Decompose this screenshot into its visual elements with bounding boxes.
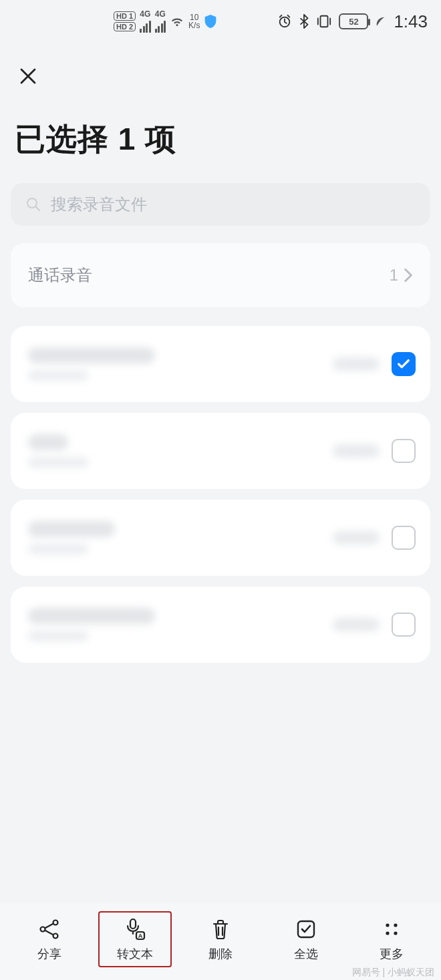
item-sub-redacted <box>28 370 88 381</box>
svg-point-10 <box>386 923 389 927</box>
search-input[interactable]: 搜索录音文件 <box>11 183 430 226</box>
search-placeholder: 搜索录音文件 <box>51 194 147 215</box>
svg-rect-6 <box>130 919 136 929</box>
item-meta-redacted <box>333 357 380 371</box>
recording-list <box>11 326 430 663</box>
share-label: 分享 <box>37 946 61 962</box>
svg-text:A: A <box>138 933 143 939</box>
checkbox[interactable] <box>392 526 416 550</box>
list-item[interactable] <box>11 500 430 576</box>
svg-point-12 <box>386 931 389 935</box>
close-button[interactable] <box>15 63 41 90</box>
watermark: 网易号 | 小蚂蚁天团 <box>352 967 434 979</box>
transcribe-label: 转文本 <box>117 946 153 962</box>
delete-button[interactable]: 删除 <box>184 911 257 967</box>
checkbox[interactable] <box>392 439 416 463</box>
svg-point-3 <box>41 927 45 932</box>
search-icon <box>25 196 41 212</box>
svg-rect-1 <box>321 16 328 27</box>
share-icon <box>37 917 62 942</box>
item-sub-redacted <box>28 631 88 641</box>
item-meta-redacted <box>333 618 380 631</box>
bluetooth-icon <box>299 14 309 29</box>
item-meta-redacted <box>333 531 380 544</box>
category-count-wrap: 1 <box>390 266 413 285</box>
signal-2: 4G <box>155 10 166 33</box>
transcribe-button[interactable]: A 转文本 <box>98 911 172 967</box>
share-button[interactable]: 分享 <box>13 911 86 967</box>
select-all-label: 全选 <box>294 946 318 962</box>
list-item[interactable] <box>11 413 430 489</box>
checkbox[interactable] <box>392 613 416 637</box>
page-title: 已选择 1 项 <box>15 119 426 160</box>
category-count: 1 <box>390 266 398 285</box>
hd2-icon: HD 2 <box>114 22 136 31</box>
category-label: 通话录音 <box>28 265 92 286</box>
more-label: 更多 <box>380 946 404 962</box>
checkbox[interactable] <box>392 352 416 376</box>
hd1-icon: HD 1 <box>114 11 136 21</box>
item-title-redacted <box>28 521 115 537</box>
chevron-right-icon <box>404 268 413 283</box>
net-speed: 10 K/s <box>188 13 200 29</box>
alarm-icon <box>277 14 292 29</box>
svg-point-4 <box>53 921 58 925</box>
status-bar: HD 1 HD 2 4G 4G 10 K/s 52 1:43 <box>0 0 441 43</box>
hd-badges: HD 1 HD 2 <box>114 11 136 31</box>
list-item[interactable] <box>11 587 430 663</box>
svg-point-13 <box>394 931 397 935</box>
more-button[interactable]: 更多 <box>355 911 428 967</box>
list-item[interactable] <box>11 326 430 402</box>
select-all-icon <box>293 917 319 942</box>
checkmark-icon <box>396 357 411 371</box>
close-icon <box>18 66 38 86</box>
transcribe-icon: A <box>122 917 148 942</box>
item-title-redacted <box>28 434 68 450</box>
clock: 1:43 <box>394 11 428 32</box>
shield-icon <box>204 14 217 29</box>
item-sub-redacted <box>28 457 88 468</box>
item-meta-redacted <box>333 444 380 458</box>
status-right: 52 1:43 <box>277 11 428 32</box>
trash-icon <box>208 917 233 942</box>
category-call-recordings[interactable]: 通话录音 1 <box>11 243 430 307</box>
wifi-icon <box>170 15 184 27</box>
select-all-button[interactable]: 全选 <box>269 911 343 967</box>
signal-1: 4G <box>140 10 151 33</box>
item-sub-redacted <box>28 544 88 554</box>
item-title-redacted <box>28 608 155 624</box>
status-left: HD 1 HD 2 4G 4G 10 K/s <box>114 10 217 33</box>
leaf-icon <box>375 15 387 27</box>
svg-point-11 <box>394 923 397 927</box>
more-icon <box>379 917 404 942</box>
header: 已选择 1 项 <box>0 43 441 167</box>
item-title-redacted <box>28 347 155 363</box>
vibrate-icon <box>316 14 332 29</box>
svg-point-5 <box>53 934 58 939</box>
battery-icon: 52 <box>339 13 368 29</box>
delete-label: 删除 <box>208 946 233 962</box>
